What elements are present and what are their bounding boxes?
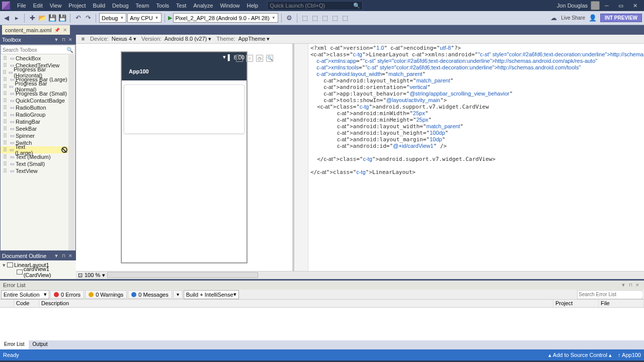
zoom-fit-icon[interactable]: ⊡ xyxy=(236,55,243,62)
version-combo[interactable]: Android 8.0 (v27) ▾ xyxy=(165,36,211,42)
close-icon[interactable]: ✕ xyxy=(634,283,641,288)
platform-combo[interactable]: Any CPU▼ xyxy=(127,13,161,23)
card-view[interactable] xyxy=(124,84,245,134)
zoom-out-icon[interactable]: ○ xyxy=(246,55,253,62)
config-combo[interactable]: Debug▼ xyxy=(99,13,126,23)
menu-debug[interactable]: Debug xyxy=(109,2,131,10)
publish-button[interactable]: ↑ App100 xyxy=(618,352,641,358)
debug-icon[interactable]: ⚙ xyxy=(285,14,294,23)
add-source-control-button[interactable]: ▴ Add to Source Control ▴ xyxy=(548,352,612,358)
toolbox-item[interactable]: ⠿▭RadioGroup xyxy=(1,111,68,118)
zoom-actual-icon[interactable]: ◷ xyxy=(256,55,263,62)
dropdown-icon[interactable]: ▼ xyxy=(620,283,627,288)
undo-icon[interactable]: ↶ xyxy=(73,14,83,23)
step-over-icon[interactable]: ⬚ xyxy=(320,14,330,23)
stop-icon[interactable]: ⬚ xyxy=(341,14,350,23)
toolbox-item[interactable]: ⠿▭Progress Bar (Small) xyxy=(1,90,68,97)
device-combo[interactable]: Nexus 4 ▾ xyxy=(112,36,136,42)
nav-fwd-icon[interactable]: ▸ xyxy=(12,14,21,23)
zoom-value[interactable]: 100 % xyxy=(85,272,100,278)
nav-back-icon[interactable]: ◀ xyxy=(2,14,11,23)
warnings-filter[interactable]: 0 Warnings xyxy=(85,290,127,299)
errors-filter[interactable]: 0 Errors xyxy=(50,290,84,299)
minimize-button[interactable]: ─ xyxy=(600,1,614,11)
toolbox-item[interactable]: ⠿▭Text (Large) xyxy=(1,146,68,153)
menu-tools[interactable]: Tools xyxy=(153,2,172,10)
step-out-icon[interactable]: ⬚ xyxy=(331,14,340,23)
maximize-button[interactable]: ▭ xyxy=(614,1,628,11)
pin-icon[interactable]: ⊓ xyxy=(60,253,67,258)
open-icon[interactable]: 📂 xyxy=(38,14,47,23)
filter-icon[interactable]: ▾ xyxy=(173,290,183,299)
messages-filter[interactable]: 0 Messages xyxy=(128,290,172,299)
live-share-button[interactable]: Live Share xyxy=(561,15,585,21)
dropdown-icon[interactable]: ▼ xyxy=(53,253,60,258)
menu-edit[interactable]: Edit xyxy=(30,2,46,10)
menu-file[interactable]: File xyxy=(14,2,29,10)
redo-icon[interactable]: ↷ xyxy=(84,14,93,23)
tab-content-main[interactable]: content_main.axml 📌 ✕ xyxy=(2,25,70,35)
toolbox-item[interactable]: ⠿▭Text (Medium) xyxy=(1,153,68,160)
menu-analyze[interactable]: Analyze xyxy=(190,2,216,10)
tab-error-list[interactable]: Error List xyxy=(0,340,29,349)
tab-output[interactable]: Output xyxy=(29,340,52,349)
error-grid[interactable]: Code Description Project File xyxy=(0,300,644,340)
code-editor[interactable]: <?xml c-at">version="1.0" c-at">encoding… xyxy=(308,44,644,271)
pin-icon[interactable]: ⊓ xyxy=(627,283,634,288)
toolbox-item[interactable]: ⠿▭TextView xyxy=(1,167,68,174)
build-combo[interactable]: Build + IntelliSense▾ xyxy=(184,290,239,299)
h-scrollbar[interactable] xyxy=(107,272,258,278)
toolbox-item[interactable]: ⠿▭RatingBar xyxy=(1,118,68,125)
close-icon[interactable]: ✕ xyxy=(67,37,74,42)
menu-view[interactable]: View xyxy=(47,2,65,10)
pin-icon[interactable]: 📌 xyxy=(54,28,60,33)
quick-launch-input[interactable]: Quick Launch (Ctrl+Q) 🔍 xyxy=(267,1,363,10)
run-play-icon[interactable]: ▶ xyxy=(168,15,172,21)
document-tabs: content_main.axml 📌 ✕ xyxy=(0,25,644,35)
target-combo[interactable]: Pixel_2_API_28 (Android 9.0 - API 28)▼ xyxy=(173,13,278,23)
save-icon[interactable]: 💾 xyxy=(48,14,57,23)
user-name[interactable]: Jon Douglas xyxy=(557,3,588,9)
close-icon[interactable]: ✕ xyxy=(67,253,74,258)
menu-help[interactable]: Help xyxy=(244,2,262,10)
menu-window[interactable]: Window xyxy=(217,2,243,10)
toolbox-search[interactable]: 🔍 xyxy=(1,45,75,54)
toolbox-item[interactable]: ⠿▭RadioButton xyxy=(1,104,68,111)
scope-combo[interactable]: Entire Solution▾ xyxy=(1,290,49,299)
designer-surface[interactable]: ⊡ ○ ◷ 🔍 ▾ ▌ 8:00 App100 xyxy=(76,44,292,271)
error-search[interactable] xyxy=(577,290,642,299)
scrollbar[interactable] xyxy=(68,55,75,250)
pin-icon[interactable]: ⊓ xyxy=(60,37,67,42)
menu-team[interactable]: Team xyxy=(133,2,152,10)
save-all-icon[interactable]: 💾 xyxy=(58,14,67,23)
step-icon[interactable]: ⬚ xyxy=(300,14,309,23)
menu-test[interactable]: Test xyxy=(173,2,189,10)
new-icon[interactable]: ✚ xyxy=(28,14,37,23)
menu-icon[interactable]: ≡ xyxy=(79,36,87,42)
share-icon[interactable]: 👤 xyxy=(588,14,597,23)
status-bar: Ready ▴ Add to Source Control ▴ ↑ App100 xyxy=(0,349,644,360)
toolbox-item[interactable]: ⠿▭Progress Bar (Horizontal) xyxy=(1,69,68,76)
dropdown-icon[interactable]: ▼ xyxy=(53,37,60,42)
avatar-icon[interactable] xyxy=(591,1,600,10)
toolbox-item[interactable]: ⠿▭Spinner xyxy=(1,132,68,139)
phone-preview: ▾ ▌ 8:00 App100 xyxy=(121,52,247,263)
close-tab-icon[interactable]: ✕ xyxy=(63,27,67,33)
menu-project[interactable]: Project xyxy=(65,2,89,10)
outline-child[interactable]: cardView1 (CardView) xyxy=(1,268,75,276)
step-into-icon[interactable]: ⬚ xyxy=(310,14,319,23)
status-ready: Ready xyxy=(3,352,19,358)
menu-build[interactable]: Build xyxy=(90,2,108,10)
code-margin xyxy=(294,44,308,271)
cloud-icon[interactable]: ☁ xyxy=(549,14,558,23)
toolbox-item[interactable]: ⠿▭SeekBar xyxy=(1,125,68,132)
close-button[interactable]: ✕ xyxy=(628,1,642,11)
zoom-icon[interactable]: ⊡ xyxy=(78,272,83,279)
toolbox-item[interactable]: ⠿▭Text (Small) xyxy=(1,160,68,167)
toolbox-item[interactable]: ⠿▭CheckBox xyxy=(1,55,68,62)
theme-combo[interactable]: AppTheme ▾ xyxy=(238,36,270,42)
zoom-in-icon[interactable]: 🔍 xyxy=(266,55,273,62)
toolbox-item[interactable]: ⠿▭Progress Bar (Normal) xyxy=(1,83,68,90)
toolbox-item[interactable]: ⠿▭QuickContactBadge xyxy=(1,97,68,104)
not-allowed-icon xyxy=(61,147,67,153)
